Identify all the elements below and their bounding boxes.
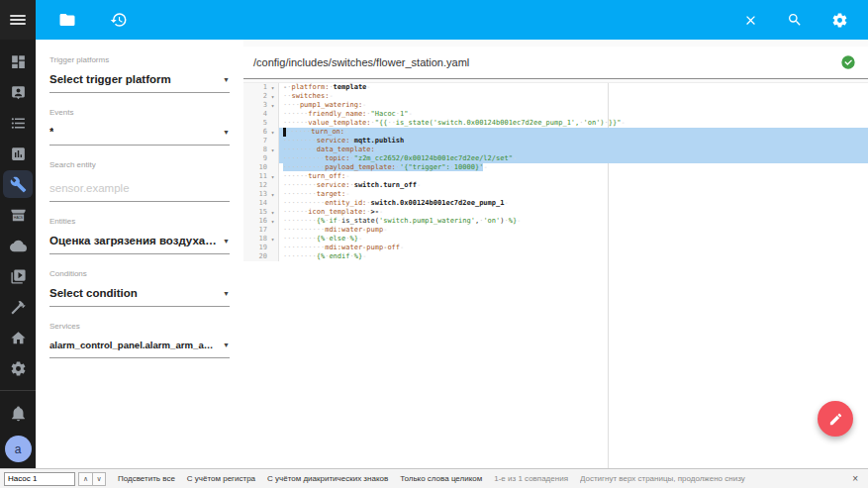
close-button[interactable] [738, 8, 762, 32]
editor-header: /config/includes/switches/flower_station… [243, 40, 868, 83]
findbar-toggle[interactable]: С учётом диакритических знаков [267, 474, 388, 483]
line-number: 9 [243, 154, 267, 163]
edit-fab-button[interactable] [818, 401, 853, 437]
fold-arrow-icon[interactable]: ▾ [267, 217, 278, 226]
fold-gutter [267, 199, 278, 208]
findbar-toggle[interactable]: С учётом регистра [187, 474, 255, 483]
line-number: 11 [243, 172, 267, 181]
file-path[interactable]: /config/includes/switches/flower_station… [253, 56, 840, 68]
app-window: HACS a [0, 0, 868, 488]
eol-marker: - [404, 137, 408, 145]
line-number: 14 [243, 199, 267, 208]
code-line[interactable]: ······icon_template:·>-- [279, 208, 868, 217]
hacs-icon: HACS [10, 207, 27, 224]
code-line[interactable]: ········service:·mqtt.publish- [279, 137, 868, 146]
line-number: 2 [243, 92, 267, 101]
eol-marker: - [517, 217, 521, 225]
code-line[interactable]: ······friendly_name:·"Насос·1"- [279, 110, 868, 119]
code-line[interactable]: ······turn_on:- [279, 128, 868, 137]
search-button[interactable] [783, 8, 807, 32]
fold-arrow-icon[interactable]: ▾ [267, 208, 278, 217]
code-line[interactable]: ··········topic:·"z2m_cc2652/0x00124b001… [279, 154, 868, 163]
find-input[interactable] [4, 472, 75, 486]
sidebar-item-cloud[interactable] [3, 233, 33, 260]
code-editor[interactable]: 1 ▾ -·platform:·template- 2 ▾ ··switches… [243, 83, 868, 468]
fold-arrow-icon[interactable]: ▾ [267, 172, 278, 181]
find-prev-button[interactable]: ∧ [78, 472, 92, 486]
dashboard-icon [10, 53, 27, 70]
find-next-button[interactable]: ∨ [92, 472, 106, 486]
user-avatar[interactable]: a [5, 436, 32, 462]
line-number: 17 [243, 226, 267, 235]
code-line[interactable]: ······turn_off:- [279, 172, 868, 181]
code-row: 10 ··········payload_template:·'{"trigge… [243, 163, 868, 172]
code-line[interactable]: -·platform:·template- [279, 83, 868, 92]
sidebar-item-home[interactable] [3, 325, 33, 352]
entities-value: Оценка загрязения воздуха - (senso ... [49, 235, 219, 246]
fold-arrow-icon[interactable]: ▾ [267, 190, 278, 199]
code-row: 16 ▾ ········{%·if·is_state('switch.pump… [243, 217, 868, 226]
code-line[interactable]: ········service:·switch.turn_off- [279, 181, 868, 190]
eol-marker: - [504, 199, 508, 207]
findbar-toggle[interactable]: Только слова целиком [400, 474, 482, 483]
line-number: 10 [243, 163, 267, 172]
trigger-platforms-select[interactable]: Select trigger platform ▼ [49, 73, 230, 93]
entities-select[interactable]: Оценка загрязения воздуха - (senso ... ▼ [49, 235, 230, 254]
code-line[interactable]: ··········entity_id:·switch.0x00124b001e… [279, 199, 868, 208]
code-line[interactable]: ········{%·else·%}- [279, 235, 868, 244]
fold-arrow-icon[interactable]: ▾ [267, 101, 278, 110]
line-number: 8 [243, 146, 267, 154]
fold-arrow-icon[interactable]: ▾ [267, 146, 278, 154]
chevron-down-icon: ∨ [96, 475, 101, 483]
dropdown-arrow-icon: ▼ [223, 342, 230, 348]
history-button[interactable] [107, 8, 131, 32]
events-select[interactable]: * ▼ [49, 126, 230, 146]
code-row: 2 ▾ ··switches:- [243, 92, 868, 101]
wrench-icon [10, 176, 27, 193]
sidebar-item-dashboard[interactable] [3, 48, 33, 75]
services-select[interactable]: alarm_control_panel.alarm_arm_away ▼ [49, 340, 230, 358]
code-line[interactable]: ········{%·if·is_state('switch.pump1_wat… [279, 217, 868, 226]
sidebar-item-hacs[interactable]: HACS [3, 201, 33, 229]
code-line[interactable]: ········target:- [279, 190, 868, 199]
line-number: 18 [243, 235, 267, 244]
sidebar-item-history[interactable] [3, 140, 33, 167]
code-line[interactable]: ··switches:- [279, 92, 868, 101]
editor-column: /config/includes/switches/flower_station… [243, 40, 868, 468]
search-entity-input[interactable] [49, 182, 230, 202]
fold-gutter [267, 244, 278, 252]
sidebar-item-logbook[interactable] [3, 109, 33, 137]
code-line[interactable]: ········{%·endif·%}- [279, 252, 868, 261]
conditions-select[interactable]: Select condition ▼ [49, 287, 230, 307]
fold-arrow-icon[interactable]: ▾ [267, 128, 278, 137]
code-line[interactable]: ··········mdi:water-pump- [279, 226, 868, 235]
code-line[interactable]: ··········mdi:water-pump-off- [279, 244, 868, 252]
menu-button[interactable] [0, 0, 36, 40]
fold-arrow-icon[interactable]: ▾ [267, 92, 278, 101]
find-close-button[interactable]: × [850, 473, 860, 484]
code-line[interactable]: ····pump1_watering:- [279, 101, 868, 110]
code-row: 3 ▾ ····pump1_watering:- [243, 101, 868, 110]
gutter: 10 [243, 163, 279, 172]
code-line[interactable]: ········data_template:- [279, 146, 868, 154]
fold-arrow-icon[interactable]: ▾ [267, 83, 278, 92]
field-search-entity: Search entity [49, 160, 230, 202]
eol-marker: - [375, 146, 379, 153]
code-line[interactable]: ······value_template:·"{{··is_state('swi… [279, 119, 868, 128]
line-number: 1 [243, 83, 267, 92]
findbar-toggle[interactable]: Подсветить все [118, 474, 175, 483]
fold-gutter [267, 163, 278, 172]
settings-button[interactable] [827, 8, 851, 32]
fold-arrow-icon[interactable]: ▾ [267, 235, 278, 244]
sidebar-item-file-editor[interactable] [3, 170, 33, 198]
code-line[interactable]: ··········payload_template:·'{"trigger":… [279, 163, 868, 172]
folder-button[interactable] [55, 8, 79, 32]
sidebar-item-supervisor[interactable] [3, 294, 33, 322]
code-row: 6 ▾ ······turn_on:- [243, 128, 868, 137]
sidebar-item-media[interactable] [3, 263, 33, 291]
list-icon [10, 115, 27, 132]
dropdown-arrow-icon: ▼ [223, 76, 230, 83]
notifications-button[interactable] [3, 398, 33, 428]
sidebar-item-settings[interactable] [3, 355, 33, 383]
sidebar-item-persons[interactable] [3, 78, 33, 106]
